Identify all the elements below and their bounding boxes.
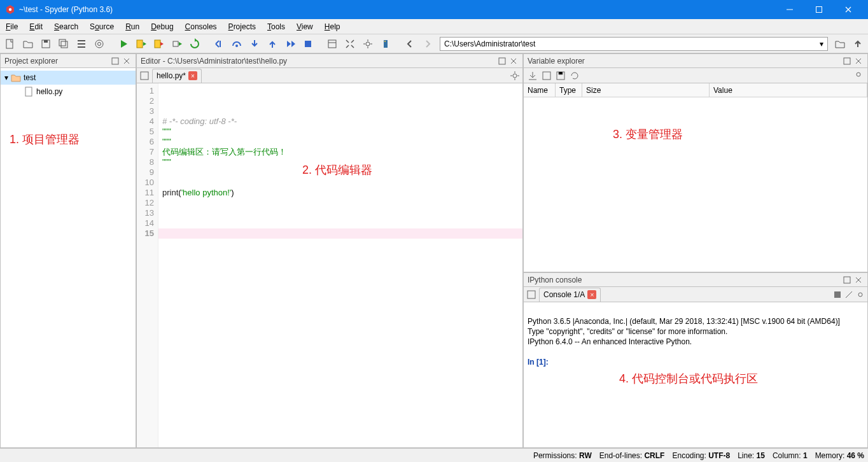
run-selection-icon[interactable]: [169, 36, 185, 52]
svg-rect-12: [173, 41, 178, 46]
file-browser-icon[interactable]: [526, 290, 536, 300]
svg-rect-13: [220, 41, 221, 47]
debug-icon[interactable]: [211, 36, 227, 52]
step-into-icon[interactable]: [246, 36, 263, 52]
menu-source[interactable]: Source: [84, 19, 120, 34]
run-icon[interactable]: [115, 36, 132, 52]
svg-point-14: [235, 45, 238, 47]
menu-tools[interactable]: Tools: [262, 19, 291, 34]
at-icon[interactable]: [91, 36, 108, 52]
import-icon[interactable]: [528, 71, 538, 81]
var-col-type[interactable]: Type: [556, 83, 582, 97]
new-file-icon[interactable]: [2, 36, 18, 52]
close-pane-icon[interactable]: [853, 56, 864, 66]
menu-view[interactable]: View: [291, 19, 319, 34]
outline-icon[interactable]: [73, 36, 90, 52]
annotation-1: 1. 项目管理器: [10, 132, 80, 147]
run-cell-advance-icon[interactable]: [151, 36, 167, 52]
tree-root[interactable]: ▾ test: [1, 71, 136, 85]
project-tree[interactable]: ▾ test hello.py 1. 项目管理器: [1, 68, 136, 447]
console-prompt: In [1]:: [528, 358, 549, 367]
svg-rect-16: [328, 40, 336, 48]
console-tab[interactable]: Console 1/A ×: [539, 288, 601, 302]
minimize-button[interactable]: [775, 0, 804, 19]
save-icon[interactable]: [38, 36, 54, 52]
stop-console-icon[interactable]: [833, 290, 842, 299]
menu-projects[interactable]: Projects: [223, 19, 262, 34]
variable-table-body[interactable]: 3. 变量管理器: [524, 97, 867, 272]
python-path-icon[interactable]: [377, 36, 394, 52]
back-icon[interactable]: [402, 36, 418, 52]
file-icon: [24, 87, 34, 97]
variable-table-header: Name Type Size Value: [524, 83, 867, 97]
svg-rect-5: [44, 40, 48, 43]
preferences-icon[interactable]: [360, 36, 376, 52]
browse-dir-icon[interactable]: [832, 36, 848, 52]
svg-rect-2: [816, 7, 822, 13]
stop-debug-icon[interactable]: [300, 36, 316, 52]
save-as-icon[interactable]: [556, 71, 566, 81]
var-col-name[interactable]: Name: [524, 83, 556, 97]
console-banner-2: Type "copyright", "credits" or "license"…: [528, 327, 727, 336]
close-button[interactable]: [834, 0, 863, 19]
menu-edit[interactable]: Edit: [24, 19, 48, 34]
undock-icon[interactable]: [842, 275, 852, 285]
console-output[interactable]: Python 3.6.5 |Anaconda, Inc.| (default, …: [524, 302, 867, 447]
menu-run[interactable]: Run: [120, 19, 145, 34]
gear-icon[interactable]: [856, 290, 865, 299]
gear-icon[interactable]: [510, 71, 520, 81]
undock-icon[interactable]: [842, 56, 852, 66]
step-out-icon[interactable]: [264, 36, 281, 52]
main-area: Project explorer ▾ test hello.py 1. 项目管理…: [0, 53, 868, 448]
svg-rect-19: [112, 58, 118, 64]
menu-search[interactable]: Search: [48, 19, 84, 34]
code-editor[interactable]: 123456789101112131415 # -*- coding: utf-…: [137, 83, 522, 447]
svg-rect-21: [499, 58, 505, 64]
forward-icon[interactable]: [419, 36, 436, 52]
close-tab-icon[interactable]: ×: [587, 290, 596, 299]
run-cell-icon[interactable]: [133, 36, 150, 52]
svg-point-17: [366, 42, 370, 46]
code-area[interactable]: # -*- coding: utf-8 -*-""""""代码编辑区：请写入第一…: [158, 83, 522, 447]
close-pane-icon[interactable]: [122, 56, 132, 66]
console-banner-1: Python 3.6.5 |Anaconda, Inc.| (default, …: [528, 317, 840, 326]
refresh-icon[interactable]: [570, 71, 580, 81]
svg-rect-6: [59, 39, 66, 46]
close-tab-icon[interactable]: ×: [188, 71, 197, 80]
fullscreen-icon[interactable]: [342, 36, 358, 52]
working-directory-input[interactable]: C:\Users\Administrator\test▾: [440, 37, 828, 51]
undock-icon[interactable]: [497, 56, 507, 66]
chevron-down-icon: ▾: [4, 73, 8, 82]
parent-dir-icon[interactable]: [850, 36, 866, 52]
continue-icon[interactable]: [282, 36, 298, 52]
right-column: Variable explorer Name Type Size Value 3…: [523, 53, 868, 448]
close-pane-icon[interactable]: [508, 56, 519, 66]
save-all-icon[interactable]: [55, 36, 72, 52]
menu-help[interactable]: Help: [319, 19, 346, 34]
tree-file[interactable]: hello.py: [1, 85, 136, 99]
var-col-value[interactable]: Value: [710, 83, 867, 97]
menu-file[interactable]: File: [0, 19, 24, 34]
editor-tab[interactable]: hello.py* ×: [152, 69, 202, 83]
tree-file-label: hello.py: [36, 87, 62, 96]
file-browser-icon[interactable]: [139, 71, 150, 81]
open-file-icon[interactable]: [20, 36, 36, 52]
rerun-icon[interactable]: [186, 36, 203, 52]
variable-explorer-pane: Variable explorer Name Type Size Value 3…: [523, 53, 868, 272]
maximize-button[interactable]: [804, 0, 834, 19]
svg-point-23: [513, 74, 517, 78]
gear-icon[interactable]: [853, 69, 864, 80]
close-pane-icon[interactable]: [853, 275, 864, 285]
undock-icon[interactable]: [110, 56, 120, 66]
menu-debug[interactable]: Debug: [145, 19, 179, 34]
folder-icon: [11, 73, 21, 83]
maximize-pane-icon[interactable]: [324, 36, 340, 52]
save-data-icon[interactable]: [542, 71, 552, 81]
svg-point-27: [857, 73, 860, 76]
editor-pane: Editor - C:\Users\Administrator\test\hel…: [136, 53, 523, 448]
var-col-size[interactable]: Size: [582, 83, 710, 97]
step-over-icon[interactable]: [228, 36, 245, 52]
menu-consoles[interactable]: Consoles: [179, 19, 223, 34]
annotation-3: 3. 变量管理器: [613, 127, 683, 142]
clear-console-icon[interactable]: [844, 290, 853, 299]
